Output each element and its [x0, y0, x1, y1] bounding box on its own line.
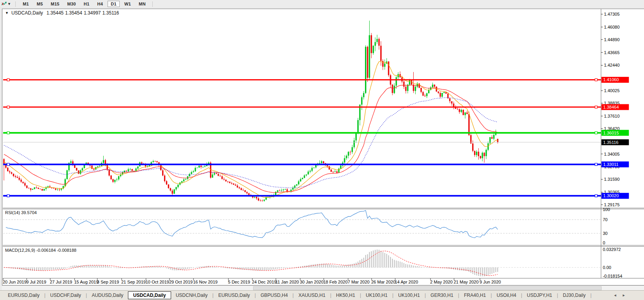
date-tick-label: 11 Jan 2020 [275, 280, 299, 284]
hline-handle[interactable] [595, 163, 597, 165]
price-tick-label: 1.31590 [604, 177, 620, 182]
chart-canvas: 1.473051.460801.448901.436651.424401.400… [0, 0, 644, 300]
date-tick-label: 27 Jul 2019 [50, 280, 72, 284]
date-tick-label: 26 Mar 2020 [371, 280, 396, 284]
date-tick-label: 18 Feb 2020 [323, 280, 348, 284]
hline-price-tag-label: 1.30020 [603, 193, 619, 198]
date-tick-label: 7 Mar 2020 [348, 280, 370, 284]
rsi-axis-label: 100 [603, 207, 610, 212]
hline-price-tag-label: 1.33011 [603, 162, 618, 167]
hline-handle[interactable] [595, 106, 597, 108]
tab-eurusd-daily[interactable]: EURUSD,Daily [3, 291, 44, 299]
rsi-axis-label: 0 [603, 240, 605, 245]
macd-axis-label: 0.00 [603, 265, 611, 270]
timeframe-w1-button[interactable]: W1 [121, 1, 134, 7]
price-tick-label: 1.43665 [604, 50, 620, 55]
hline-handle[interactable] [595, 195, 597, 197]
tab-uk100-h1[interactable]: UK100,H1 [361, 291, 392, 299]
date-tick-label: 9 Jul 2019 [26, 280, 46, 284]
price-tick-label: 1.44890 [604, 37, 620, 42]
collapse-marker-icon[interactable]: ▼ [5, 11, 9, 15]
timeframe-m5-button[interactable]: M5 [34, 1, 46, 7]
price-tick-label: 1.37610 [604, 114, 620, 118]
ohlc-low: 1.34997 [84, 10, 100, 16]
tab-usdchf-daily[interactable]: USDCHF,Daily [46, 291, 86, 299]
timeframe-h4-button[interactable]: H4 [94, 1, 106, 7]
date-tick-label: 29 Oct 2019 [169, 280, 193, 284]
date-tick-label: 20 Jun 2019 [3, 280, 27, 284]
tab-scroll-left-icon[interactable]: ◄ [613, 293, 617, 297]
rsi-indicator-title: RSI(14) 39.5704 [5, 210, 37, 215]
date-tick-label: 14 Apr 2020 [395, 280, 418, 284]
price-tick-label: 1.29175 [604, 202, 620, 207]
chart-background [2, 8, 644, 285]
date-tick-label: 5 Dec 2019 [228, 280, 250, 284]
rsi-axis-label: 30 [603, 231, 608, 236]
hline-handle[interactable] [7, 132, 9, 134]
hline-handle[interactable] [595, 132, 597, 134]
price-tick-label: 1.34005 [604, 152, 620, 156]
tab-eurusd-daily[interactable]: EURUSD,Daily [213, 291, 255, 299]
hline-handle[interactable] [7, 78, 9, 81]
bid-price-tag-label: 1.35116 [603, 140, 618, 145]
tab-xauusd-h1[interactable]: XAUUSD,H1 [294, 291, 330, 299]
tab-gbpusd-h4[interactable]: GBPUSD,H4 [256, 291, 292, 299]
tab-usdcad-daily[interactable]: USDCAD,Daily [128, 291, 171, 299]
macd-axis-label: 0.032972 [603, 247, 621, 252]
price-tick-label: 1.40025 [604, 88, 620, 93]
date-tick-label: 21 May 2020 [454, 280, 479, 284]
chevron-down-icon[interactable]: ▼ [7, 2, 11, 6]
scrollbar-thumb[interactable] [253, 286, 602, 290]
tab-usdjpy-h1[interactable]: USDJPY,H1 [522, 291, 557, 299]
toolbar: ▼ M1M5M15M30H1H4D1W1MN [0, 0, 644, 8]
tab-bar: EURUSD,Daily|USDCHF,Daily|AUDUSD,DailyUS… [0, 290, 644, 300]
date-tick-label: 21 Sep 2019 [121, 280, 146, 284]
date-tick-label: 2 May 2020 [430, 280, 452, 284]
hline-handle[interactable] [7, 163, 9, 165]
mt4-window: ▼ M1M5M15M30H1H4D1W1MN 1.473051.460801.4… [0, 0, 644, 300]
ohlc-open: 1.35445 [47, 10, 64, 16]
date-tick-label: 3 Sep 2019 [97, 280, 119, 284]
tab-divider: | [590, 293, 591, 298]
tab-dj30-daily[interactable]: DJ30,Daily [558, 291, 590, 299]
date-tick-label: 10 Oct 2019 [146, 280, 169, 284]
symbol-label: USDCAD,Daily [11, 10, 43, 16]
toolbar-separator [152, 2, 153, 7]
timeframe-d1-button[interactable]: D1 [108, 1, 119, 7]
price-tick-label: 1.46080 [604, 25, 620, 29]
price-arrows-icon[interactable] [1, 1, 7, 7]
tab-audusd-daily[interactable]: AUDUSD,Daily [87, 291, 128, 299]
ohlc-high: 1.35454 [65, 10, 82, 16]
date-tick-label: 24 Dec 2019 [252, 280, 276, 284]
toolbar-separator [15, 2, 16, 7]
tab-scroll-right-icon[interactable]: ► [622, 293, 626, 297]
timeframe-m30-button[interactable]: M30 [64, 1, 79, 7]
timeframe-m15-button[interactable]: M15 [47, 1, 62, 7]
timeframe-h1-button[interactable]: H1 [80, 1, 92, 7]
date-tick-label: 30 Jan 2020 [300, 280, 324, 284]
rsi-axis-label: 70 [603, 217, 608, 222]
hline-price-tag-label: 1.41060 [603, 77, 619, 82]
tab-usdcnh-daily[interactable]: USDCNH,Daily [171, 291, 212, 299]
macd-axis-label: -0.018154 [603, 274, 622, 278]
hline-handle[interactable] [595, 78, 597, 81]
tab-ger30-h1[interactable]: GER30,H1 [426, 291, 458, 299]
hline-price-tag-label: 1.38464 [603, 105, 619, 109]
hline-price-tag-label: 1.36015 [603, 131, 619, 135]
timeframe-m1-button[interactable]: M1 [20, 1, 32, 7]
tab-fra40-h1[interactable]: FRA40,H1 [459, 291, 491, 299]
hline-handle[interactable] [7, 106, 9, 108]
ohlc-close: 1.35116 [102, 10, 119, 16]
date-tick-label: 16 Nov 2019 [193, 280, 217, 284]
timeframe-mn-button[interactable]: MN [136, 1, 149, 7]
price-tick-label: 1.47305 [604, 12, 620, 16]
tab-usoil-h4[interactable]: USOil,H4 [492, 291, 521, 299]
macd-indicator-title: MACD(12,26,9) -0.006184 -0.008188 [5, 248, 77, 253]
chart-title: ▼ USDCAD,Daily 1.35445 1.35454 1.34997 1… [5, 10, 119, 16]
date-tick-label: 9 Jun 2020 [480, 280, 501, 284]
tab-hk50-h1[interactable]: HK50,H1 [331, 291, 360, 299]
price-tick-label: 1.42440 [604, 63, 620, 67]
tab-uk100-h1[interactable]: UK100,H1 [394, 291, 425, 299]
hline-handle[interactable] [7, 195, 9, 197]
date-tick-label: 15 Aug 2019 [74, 280, 99, 284]
